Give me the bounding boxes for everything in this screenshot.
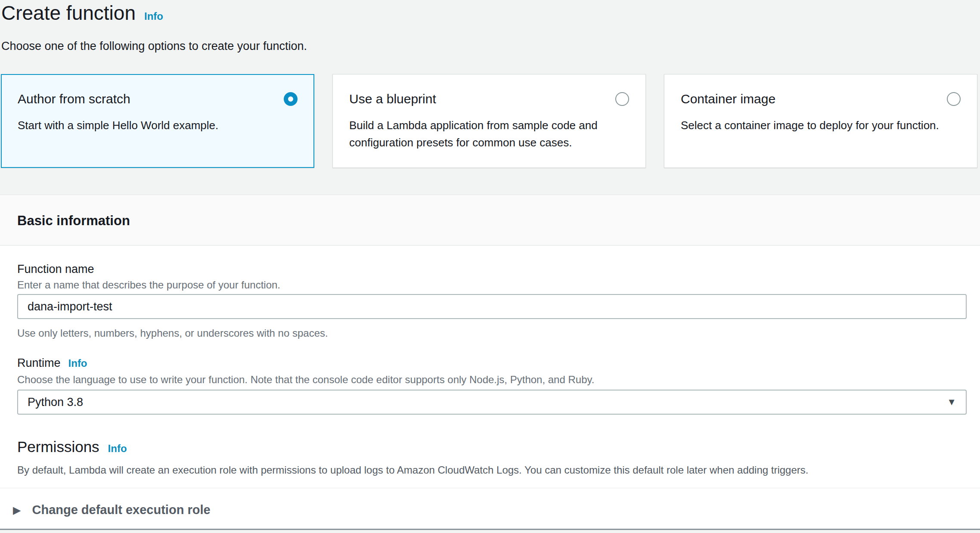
runtime-selected-value: Python 3.8	[28, 396, 83, 409]
card-description: Build a Lambda application from sample c…	[349, 117, 625, 151]
permissions-divider	[0, 488, 980, 488]
function-name-label: Function name	[17, 263, 94, 276]
card-title: Container image	[681, 92, 775, 106]
card-title: Use a blueprint	[349, 92, 436, 106]
function-name-input[interactable]	[17, 294, 967, 319]
caret-right-icon: ▶	[13, 504, 21, 516]
card-author-from-scratch[interactable]: Author from scratch Start with a simple …	[1, 74, 314, 168]
runtime-label: Runtime	[17, 356, 61, 370]
permissions-heading-row: Permissions Info	[17, 438, 127, 456]
function-name-constraint: Use only letters, numbers, hyphens, or u…	[17, 327, 328, 339]
card-container-image[interactable]: Container image Select a container image…	[664, 74, 977, 168]
basic-information-heading: Basic information	[17, 213, 130, 229]
card-use-a-blueprint[interactable]: Use a blueprint Build a Lambda applicati…	[332, 74, 646, 168]
bottom-strip	[0, 530, 980, 533]
creation-options-row: Author from scratch Start with a simple …	[1, 74, 977, 168]
runtime-info-link[interactable]: Info	[68, 357, 87, 369]
radio-container-image[interactable]	[947, 92, 961, 106]
runtime-label-row: Runtime Info	[17, 356, 87, 370]
permissions-heading: Permissions	[17, 438, 99, 456]
card-description: Select a container image to deploy for y…	[681, 117, 956, 134]
runtime-description: Choose the language to use to write your…	[17, 374, 594, 386]
radio-author-from-scratch[interactable]	[284, 92, 298, 106]
function-name-description: Enter a name that describes the purpose …	[17, 279, 280, 291]
permissions-description: By default, Lambda will create an execut…	[17, 464, 808, 476]
expander-label: Change default execution role	[32, 503, 210, 517]
runtime-select[interactable]: Python 3.8 ▼	[17, 390, 967, 415]
chevron-down-icon: ▼	[947, 397, 956, 408]
basic-information-header: Basic information	[0, 195, 980, 245]
card-description: Start with a simple Hello World example.	[18, 117, 293, 134]
radio-use-a-blueprint[interactable]	[615, 92, 629, 106]
page-title: Create function	[1, 1, 136, 25]
change-default-execution-role-expander[interactable]: ▶ Change default execution role	[13, 503, 211, 517]
page-subtitle: Choose one of the following options to c…	[1, 40, 307, 53]
permissions-info-link[interactable]: Info	[108, 443, 127, 455]
page-title-info-link[interactable]: Info	[144, 10, 163, 22]
page-header: Create function Info	[1, 1, 163, 25]
card-title: Author from scratch	[18, 92, 130, 106]
